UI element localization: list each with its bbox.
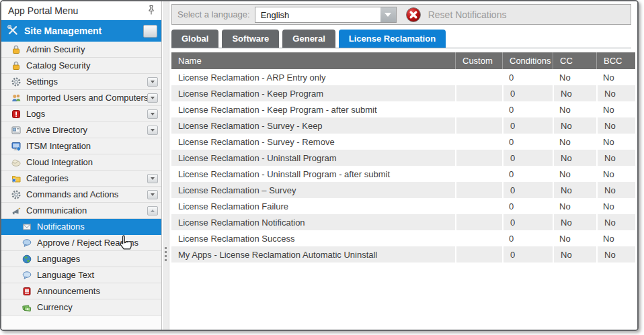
cell-cc: No: [553, 246, 596, 262]
cell-custom: [455, 150, 502, 166]
chevron-down-icon[interactable]: [380, 7, 396, 22]
cell-conditions: 0: [502, 85, 553, 101]
splitter-grip-icon: [165, 247, 167, 261]
sidebar-item-label: Commands and Actions: [26, 189, 118, 199]
sidebar-item-logs[interactable]: Logs: [1, 106, 161, 122]
globe-icon: [22, 254, 32, 265]
cell-name: License Reclamation Success: [171, 230, 455, 246]
sidebar-item-communication[interactable]: Communication: [1, 203, 161, 219]
announcement-icon: [22, 286, 32, 297]
cell-bcc: No: [596, 198, 635, 214]
table-row[interactable]: License Reclamation - Keep Program 0 No …: [171, 85, 635, 101]
sidebar-item-language-text[interactable]: Language Text: [1, 267, 161, 283]
cell-name: License Reclamation - ARP Entry only: [171, 69, 455, 85]
table-row[interactable]: License Reclamation Success 0 No No: [171, 230, 635, 246]
expand-button[interactable]: [147, 126, 158, 135]
log-alert-icon: [11, 109, 22, 119]
cell-custom: [455, 85, 502, 101]
table-row[interactable]: License Reclamation - Keep Program - aft…: [171, 101, 635, 117]
cell-bcc: No: [596, 166, 635, 182]
sidebar-item-label: Currency: [37, 302, 73, 312]
sidebar-item-imported-users[interactable]: Imported Users and Computers: [1, 90, 161, 106]
sidebar-section-site-management[interactable]: Site Management: [1, 20, 161, 42]
reset-notifications-button[interactable]: [405, 7, 421, 23]
sidebar-item-approve-reject-reasons[interactable]: Approve / Reject Reasons: [1, 235, 161, 251]
sidebar-item-settings[interactable]: Settings: [1, 74, 161, 90]
cell-conditions: 0: [502, 230, 553, 246]
cell-cc: No: [553, 214, 596, 230]
sidebar-item-itsm-integration[interactable]: ITSM Integration: [1, 138, 161, 154]
cell-cc: No: [553, 134, 596, 150]
tab-global[interactable]: Global: [171, 30, 218, 48]
expand-button[interactable]: [147, 109, 158, 119]
folder-gear-icon: [11, 173, 22, 184]
red-x-icon: [405, 7, 421, 23]
cell-custom: [455, 198, 502, 214]
sidebar-item-currency[interactable]: Currency: [1, 299, 161, 316]
language-label: Select a language:: [177, 9, 250, 19]
column-header-conditions[interactable]: Conditions: [502, 52, 553, 69]
cell-custom: [455, 182, 502, 198]
sidebar-item-label: Admin Security: [26, 44, 85, 54]
cell-bcc: No: [596, 134, 635, 150]
sidebar-item-active-directory[interactable]: Active Directory: [1, 122, 161, 138]
gear-icon: [11, 189, 22, 200]
cell-bcc: No: [596, 230, 635, 246]
cell-conditions: 0: [502, 150, 553, 166]
sidebar-item-categories[interactable]: Categories: [1, 171, 161, 187]
tab-license-reclamation[interactable]: License Reclamation: [339, 30, 446, 48]
expand-button[interactable]: [147, 174, 158, 183]
sidebar-item-label: Notifications: [37, 222, 85, 232]
cell-name: License Reclamation - Uninstall Program: [171, 150, 455, 166]
table-row[interactable]: License Reclamation - Survey - Keep 0 No…: [171, 117, 635, 134]
table-row[interactable]: License Reclamation Notification 0 No No: [171, 214, 635, 230]
sidebar-item-announcements[interactable]: Announcements: [1, 283, 161, 299]
table-row[interactable]: License Reclamation - Survey - Remove 0 …: [171, 134, 635, 150]
gear-icon: [11, 77, 22, 87]
column-header-name[interactable]: Name: [171, 52, 455, 69]
sidebar-item-catalog-security[interactable]: Catalog Security: [1, 58, 161, 74]
sidebar-item-label: Catalog Security: [26, 60, 90, 70]
sidebar-item-admin-security[interactable]: Admin Security: [1, 42, 161, 58]
cell-conditions: 0: [502, 166, 553, 182]
table-row[interactable]: License Reclamation Failure 0 No No: [171, 198, 635, 214]
cell-name: License Reclamation - Survey - Keep: [171, 117, 455, 134]
column-header-custom[interactable]: Custom: [455, 52, 502, 69]
expand-button[interactable]: [147, 190, 158, 199]
cell-cc: No: [553, 101, 596, 117]
tab-software[interactable]: Software: [222, 30, 279, 48]
table-row[interactable]: My Apps - License Reclamation Automatic …: [171, 246, 635, 262]
column-header-cc[interactable]: CC: [553, 52, 596, 69]
table-row[interactable]: License Reclamation - Uninstall Program …: [171, 166, 635, 182]
language-select-value: English: [255, 7, 380, 22]
collapse-button[interactable]: [147, 206, 158, 216]
sidebar-item-commands-actions[interactable]: Commands and Actions: [1, 187, 161, 203]
sidebar-splitter[interactable]: [163, 1, 169, 330]
table-row[interactable]: License Reclamation - Uninstall Program …: [171, 150, 635, 166]
cell-cc: No: [553, 117, 596, 134]
cell-conditions: 0: [502, 69, 553, 85]
lock-icon: [11, 60, 22, 71]
sidebar-item-languages[interactable]: Languages: [1, 251, 161, 267]
cell-name: My Apps - License Reclamation Automatic …: [171, 246, 455, 262]
expand-button[interactable]: [147, 93, 158, 103]
sidebar-item-notifications[interactable]: Notifications: [1, 219, 161, 235]
language-select[interactable]: English: [255, 7, 397, 23]
cell-conditions: 0: [502, 198, 553, 214]
table-row[interactable]: License Reclamation – Survey 0 No No: [171, 182, 635, 198]
cell-custom: [455, 230, 502, 246]
expand-button[interactable]: [147, 77, 158, 87]
sidebar-item-label: ITSM Integration: [26, 141, 91, 151]
tab-general[interactable]: General: [282, 30, 335, 48]
cell-bcc: No: [596, 69, 635, 85]
cell-bcc: No: [596, 101, 635, 117]
sidebar-item-cloud-integration[interactable]: Cloud Integration: [1, 154, 161, 171]
sidebar-section-label: Site Management: [24, 26, 102, 36]
section-collapse-button[interactable]: [143, 25, 157, 38]
pin-icon[interactable]: [147, 5, 156, 17]
column-header-bcc[interactable]: BCC: [596, 52, 635, 69]
table-row[interactable]: License Reclamation - ARP Entry only 0 N…: [171, 69, 635, 85]
sidebar-item-label: Settings: [26, 77, 58, 87]
cell-name: License Reclamation Notification: [171, 214, 455, 230]
tools-icon: [7, 24, 19, 38]
